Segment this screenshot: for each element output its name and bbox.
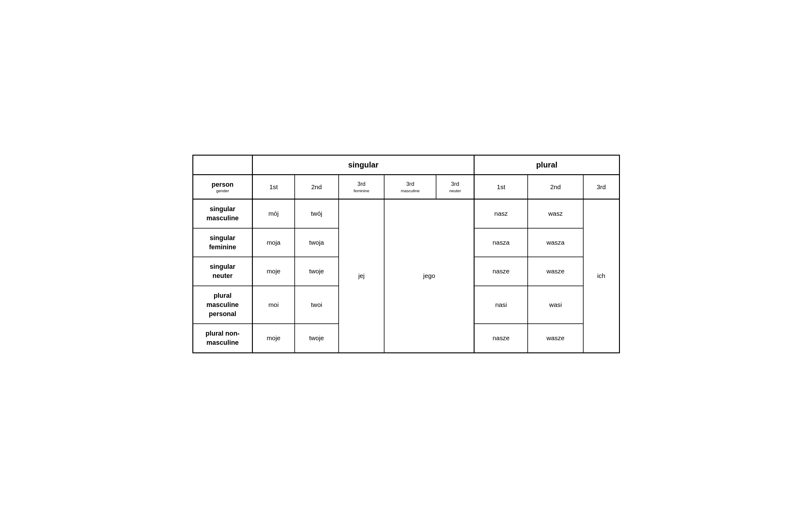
cell-ich: ich (583, 199, 619, 353)
cell-s-neut-p1: nasze (474, 257, 528, 286)
cell-p-masc-p1: nasi (474, 286, 528, 324)
cell-p-masc-1st: moi (253, 286, 295, 324)
plural-2nd-header: 2nd (528, 175, 583, 199)
person-gender-header: person gender (193, 175, 253, 199)
singular-header: singular (253, 155, 474, 175)
table-container: singular plural person gender 1st 2nd 3r… (192, 155, 620, 353)
header-row-top: singular plural (193, 155, 619, 175)
singular-3rd-m-header: 3rd masculine (384, 175, 436, 199)
cell-p-masc-2nd: twoi (295, 286, 339, 324)
cell-s-fem-p1: nasza (474, 228, 528, 257)
cell-p-masc-p2: wasi (528, 286, 583, 324)
cell-s-neut-1st: moje (253, 257, 295, 286)
cell-p-nonmasc-2nd: twoje (295, 324, 339, 353)
singular-3rd-n-header: 3rd neuter (436, 175, 474, 199)
cell-p-nonmasc-p1: nasze (474, 324, 528, 353)
plural-header: plural (474, 155, 619, 175)
cell-jej: jej (339, 199, 384, 353)
corner-cell (193, 155, 253, 175)
cell-s-neut-p2: wasze (528, 257, 583, 286)
row-label-plural-masculine-personal: pluralmasculinepersonal (193, 286, 253, 324)
singular-2nd-header: 2nd (295, 175, 339, 199)
row-label-plural-non-masculine: plural non-masculine (193, 324, 253, 353)
cell-p-nonmasc-p2: wasze (528, 324, 583, 353)
cell-s-masc-1st: mój (253, 199, 295, 228)
sub-header-row: person gender 1st 2nd 3rd feminine 3rd m… (193, 175, 619, 199)
plural-1st-header: 1st (474, 175, 528, 199)
cell-jego: jego (384, 199, 474, 353)
row-label-singular-feminine: singularfeminine (193, 228, 253, 257)
cell-s-masc-p2: wasz (528, 199, 583, 228)
cell-s-fem-p2: wasza (528, 228, 583, 257)
cell-s-fem-1st: moja (253, 228, 295, 257)
row-label-singular-masculine: singularmasculine (193, 199, 253, 228)
cell-p-nonmasc-1st: moje (253, 324, 295, 353)
cell-s-fem-2nd: twoja (295, 228, 339, 257)
singular-3rd-f-header: 3rd feminine (339, 175, 384, 199)
table-row: singularmasculine mój twój jej jego nasz… (193, 199, 619, 228)
cell-s-neut-2nd: twoje (295, 257, 339, 286)
cell-s-masc-p1: nasz (474, 199, 528, 228)
singular-1st-header: 1st (253, 175, 295, 199)
possessive-pronouns-table: singular plural person gender 1st 2nd 3r… (192, 155, 620, 353)
row-label-singular-neuter: singularneuter (193, 257, 253, 286)
plural-3rd-header: 3rd (583, 175, 619, 199)
cell-s-masc-2nd: twój (295, 199, 339, 228)
